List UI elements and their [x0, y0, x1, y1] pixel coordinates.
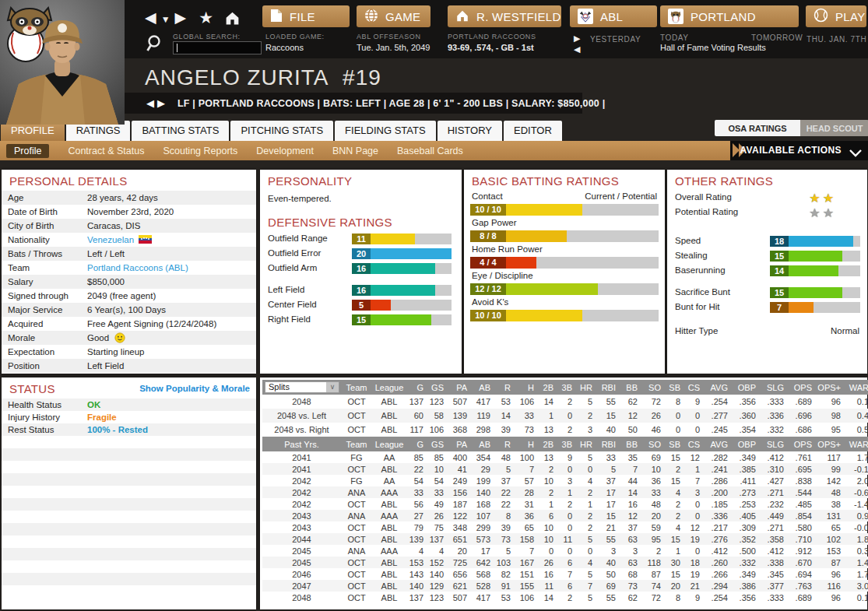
- empty-row: [2, 573, 256, 585]
- table-cell: 156: [447, 486, 470, 498]
- table-cell: 4: [575, 475, 596, 486]
- search-input[interactable]: [174, 44, 265, 56]
- prev-day-icon[interactable]: ◀: [574, 44, 580, 54]
- batting-ratings: ContactCurrent / Potential10 / 10Gap Pow…: [464, 191, 665, 321]
- table-cell: .333: [759, 395, 787, 409]
- personality-text: Even-tempered.: [260, 191, 462, 206]
- detail-row: Bats / ThrowsLeft / Left: [2, 247, 256, 261]
- defensive-ratings: Outfield Range11Outfield Error20Outfield…: [260, 232, 462, 328]
- table-cell: .689: [787, 395, 815, 409]
- table-cell: 2045: [262, 557, 341, 568]
- table-cell: 0.1: [844, 395, 868, 409]
- subtab-scouting-reports[interactable]: Scouting Reports: [163, 146, 237, 156]
- head-scout-button[interactable]: HEAD SCOUT: [800, 120, 868, 136]
- table-cell: 35: [619, 451, 641, 463]
- table-cell: 6: [557, 580, 575, 592]
- table-cell: OCT: [341, 409, 372, 423]
- table-cell: .500: [731, 545, 759, 557]
- tab-pitching-stats[interactable]: PITCHING STATS: [230, 121, 333, 141]
- menu-league-button[interactable]: ABL: [570, 5, 657, 27]
- menu-team-button[interactable]: PORTLAND: [660, 5, 799, 27]
- chevron-down-icon[interactable]: [849, 146, 862, 160]
- table-cell: .385: [731, 463, 759, 475]
- team-link[interactable]: Portland Raccoons (ABL): [87, 263, 188, 272]
- subtab-profile[interactable]: Profile: [6, 144, 49, 158]
- menu-manager-button[interactable]: R. WESTFIELD: [448, 5, 561, 27]
- splits-dropdown-value: Splits: [265, 382, 326, 392]
- table-cell: 2: [537, 486, 557, 498]
- column-header: SB: [664, 437, 684, 451]
- table-cell: -0.6: [844, 486, 868, 498]
- column-header: CS: [684, 380, 703, 395]
- table-cell: 91: [494, 580, 514, 592]
- detail-label: Acquired: [8, 317, 87, 331]
- table-cell: 19: [684, 568, 703, 580]
- table-cell: FG: [341, 475, 372, 486]
- rating-label: Right Field: [268, 314, 311, 324]
- table-cell: 98: [815, 409, 844, 423]
- nationality-link[interactable]: Venezuelan: [87, 235, 134, 244]
- tab-batting-stats[interactable]: BATTING STATS: [132, 121, 229, 141]
- nav-back-icon[interactable]: ◀: [145, 9, 156, 26]
- table-cell: 3: [684, 486, 703, 498]
- table-cell: .338: [759, 557, 787, 568]
- table-cell: 2048: [262, 592, 341, 603]
- table-cell: 106: [514, 592, 537, 603]
- table-cell: 2048 vs. Right: [262, 423, 341, 437]
- menu-file-button[interactable]: FILE: [262, 5, 350, 27]
- table-cell: 7: [575, 580, 596, 592]
- rating-label: Left Field: [268, 285, 304, 294]
- rating-label: Stealing: [675, 251, 708, 260]
- table-cell: .345: [759, 568, 787, 580]
- player-prev-next-icons[interactable]: ◀▶: [146, 97, 168, 109]
- tab-history[interactable]: HISTORY: [438, 121, 502, 141]
- table-cell: ABL: [372, 592, 406, 603]
- rating-bar: 8 / 8: [470, 230, 659, 242]
- detail-label: Date of Birth: [8, 205, 87, 219]
- table-cell: 99: [815, 463, 844, 475]
- table-cell: .245: [703, 423, 731, 437]
- table-cell: 3: [557, 475, 575, 486]
- rating-bar: 11: [352, 234, 452, 244]
- table-cell: ABL: [372, 557, 406, 568]
- nav-forward-icon[interactable]: ▶: [175, 9, 187, 26]
- status-row-health-status: Health StatusOK: [2, 399, 256, 411]
- column-header: G: [406, 380, 427, 395]
- table-cell: 33: [641, 486, 664, 498]
- table-row: 2043OCTABL797534829939651002213759412.21…: [262, 521, 868, 533]
- available-actions-button[interactable]: AVAILABLE ACTIONS: [740, 141, 842, 160]
- tab-editor[interactable]: EDITOR: [504, 121, 562, 141]
- table-cell: 1: [537, 409, 557, 423]
- menu-game-button[interactable]: GAME: [357, 5, 430, 27]
- team-record: 93-69, .574, - GB - 1st: [448, 43, 534, 52]
- detail-value: November 23rd, 2020: [87, 205, 256, 219]
- detail-row: AcquiredFree Agent Signing (12/24/2048): [2, 317, 256, 331]
- rating-bar: 10 / 10: [470, 310, 659, 321]
- rating-label: Sacrifice Bunt: [675, 287, 730, 297]
- subtab-baseball-cards[interactable]: Baseball Cards: [397, 146, 463, 156]
- bookmark-star-icon[interactable]: ★: [199, 9, 213, 27]
- tab-fielding-stats[interactable]: FIELDING STATS: [335, 121, 436, 141]
- table-cell: 69: [641, 451, 664, 463]
- menu-play-button[interactable]: PLAY: [806, 5, 866, 27]
- home-icon[interactable]: [224, 10, 241, 26]
- show-popularity-link[interactable]: Show Popularity & Morale: [139, 384, 250, 393]
- table-cell: 0: [557, 545, 575, 557]
- tomorrow-label[interactable]: TOMORROW: [751, 33, 803, 42]
- menu-label: ABL: [600, 10, 623, 23]
- osa-ratings-button[interactable]: OSA RATINGS: [715, 120, 800, 136]
- table-row: 2042ANAAAA3333156140222821217143343.200.…: [262, 486, 868, 498]
- subtab-bnn-page[interactable]: BNN Page: [332, 146, 378, 156]
- today-news[interactable]: Hall of Fame Voting Results: [660, 43, 766, 52]
- table-cell: 15: [664, 533, 684, 545]
- subtab-contract-status[interactable]: Contract & Status: [68, 146, 144, 156]
- splits-dropdown[interactable]: Splits∨: [265, 381, 339, 393]
- table-row: 2048OCTABL13712350741753106142555627289.…: [262, 592, 868, 603]
- table-cell: 73: [619, 580, 641, 592]
- table-cell: 73: [494, 533, 514, 545]
- nav-dropdown-icon[interactable]: ▼: [161, 11, 170, 28]
- column-header: 3B: [557, 437, 575, 451]
- subtab-development[interactable]: Development: [256, 146, 314, 156]
- yesterday-label[interactable]: YESTERDAY: [590, 35, 641, 44]
- next-day-icon[interactable]: ▶: [574, 33, 580, 43]
